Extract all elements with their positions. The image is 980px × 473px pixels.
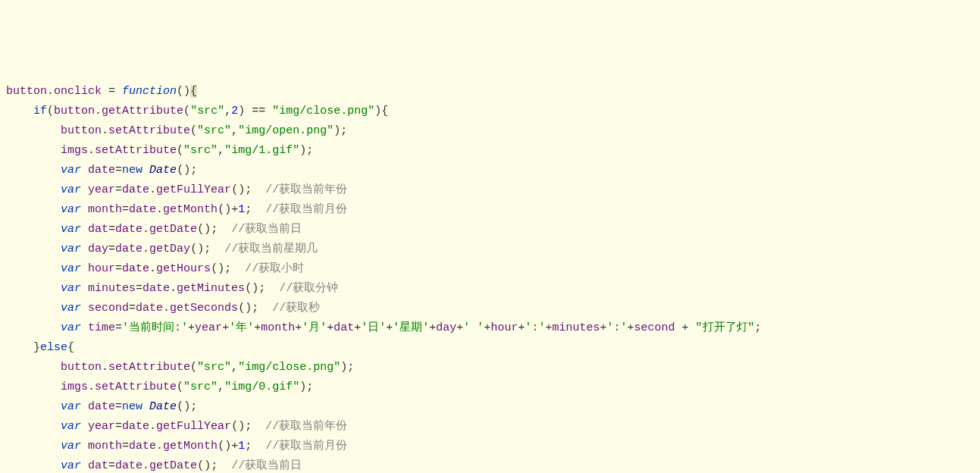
code-line[interactable]: var day=date.getDay(); //获取当前星期几 [6,240,974,259]
token-punc: ( [190,124,197,137]
token-punc [81,183,88,196]
token-str: "src" [183,144,218,157]
token-punc: (); [231,183,265,196]
token-punc [81,321,88,334]
token-punc [81,164,88,177]
code-line[interactable]: if(button.getAttribute("src",2) == "img/… [6,102,974,121]
token-punc: ()+ [218,203,238,216]
token-ident: year [88,420,115,433]
code-line[interactable]: var month=date.getMonth()+1; //获取当前月份 [6,200,974,220]
code-line[interactable]: button.setAttribute("src","img/close.png… [6,358,974,377]
code-line[interactable]: }else{ [6,338,974,358]
token-punc: + [675,321,696,334]
token-ident: date [129,203,156,216]
token-kw: var [61,440,81,453]
token-punc: ) == [238,105,272,117]
token-ident: date [122,420,149,433]
token-punc: . [149,183,156,196]
code-line[interactable]: var year=date.getFullYear(); //获取当前年份 [6,417,974,437]
code-line[interactable]: var minutes=date.getMinutes(); //获取分钟 [6,279,974,299]
token-str: "src" [190,105,224,117]
token-punc: . [142,243,149,255]
token-punc: () [177,85,190,98]
token-punc: . [102,124,108,137]
token-punc: ( [183,105,190,117]
token-punc: ; [245,440,265,453]
token-str: "img/open.png" [238,124,333,137]
code-line[interactable]: imgs.setAttribute("src","img/0.gif"); [6,377,974,397]
token-ident: getHours [156,262,211,275]
token-str: '年' [229,321,254,334]
token-punc [81,302,88,315]
token-punc: (); [211,262,245,275]
token-punc: + [295,321,302,334]
token-punc: . [163,302,170,315]
token-punc: . [142,459,149,472]
token-num: 1 [238,203,245,216]
token-kw: function [122,85,177,98]
token-type: Date [149,400,177,413]
code-line[interactable]: imgs.setAttribute("src","img/1.gif"); [6,141,974,161]
token-punc: = [122,203,129,216]
code-line[interactable]: var date=new Date(); [6,397,974,417]
token-ident: button [6,85,47,98]
token-cmt: //获取当前月份 [265,203,347,216]
token-ident: date [122,262,149,275]
token-punc: , [218,144,224,157]
code-line[interactable]: var date=new Date(); [6,161,974,180]
token-ident: hour [88,262,115,275]
code-line[interactable]: var second=date.getSeconds(); //获取秒 [6,299,974,318]
token-punc: = [115,164,122,177]
token-punc: (); [197,223,231,236]
code-line[interactable]: var hour=date.getHours(); //获取小时 [6,259,974,279]
token-kw: var [61,302,81,315]
token-ident: setAttribute [95,144,177,157]
token-punc [142,400,149,413]
token-punc: (); [238,302,272,315]
token-ident: minutes [552,321,600,334]
code-line[interactable]: var year=date.getFullYear(); //获取当前年份 [6,180,974,200]
token-ident: month [261,321,295,334]
code-line[interactable]: var dat=date.getDate(); //获取当前日 [6,456,974,473]
token-kw: var [61,420,81,433]
token-punc: (); [231,420,265,433]
code-editor-viewport[interactable]: button.onclick = function(){ if(button.g… [6,82,974,473]
token-ident: dat [88,459,108,472]
token-punc: , [231,361,238,374]
token-punc: (); [245,282,279,295]
token-ident: month [88,203,122,216]
token-kw: var [61,400,81,413]
token-ident: date [136,302,163,315]
token-punc: ; [755,321,762,334]
token-punc: ()+ [218,440,238,453]
token-kw: var [61,164,81,177]
token-punc: } [33,341,40,354]
token-ident: button [61,361,102,374]
token-kw: var [61,321,81,334]
token-punc: . [149,262,156,275]
token-ident: setAttribute [108,124,190,137]
token-cmt: //获取小时 [245,262,304,275]
token-punc [81,400,88,413]
token-ident: day [88,243,108,255]
code-line[interactable]: button.setAttribute("src","img/open.png"… [6,121,974,141]
token-punc: ); [333,124,347,137]
token-ident: second [88,302,129,315]
token-punc: ( [177,144,183,157]
token-punc: , [224,105,231,117]
token-punc: . [156,440,163,453]
token-punc [81,223,88,236]
token-punc: (); [190,243,224,255]
token-str: "img/0.gif" [224,381,299,393]
token-cmt: //获取当前年份 [265,420,347,433]
token-num: 1 [238,440,245,453]
token-punc: + [254,321,261,334]
code-line[interactable]: var month=date.getMonth()+1; //获取当前月份 [6,437,974,456]
token-punc: = [108,223,115,236]
code-line[interactable]: var dat=date.getDate(); //获取当前日 [6,220,974,240]
code-line[interactable]: var time='当前时间:'+year+'年'+month+'月'+dat+… [6,318,974,338]
code-line[interactable]: button.onclick = function(){ [6,82,974,102]
token-punc: + [456,321,463,334]
token-str: "img/1.gif" [224,144,299,157]
token-ident: getFullYear [156,420,231,433]
